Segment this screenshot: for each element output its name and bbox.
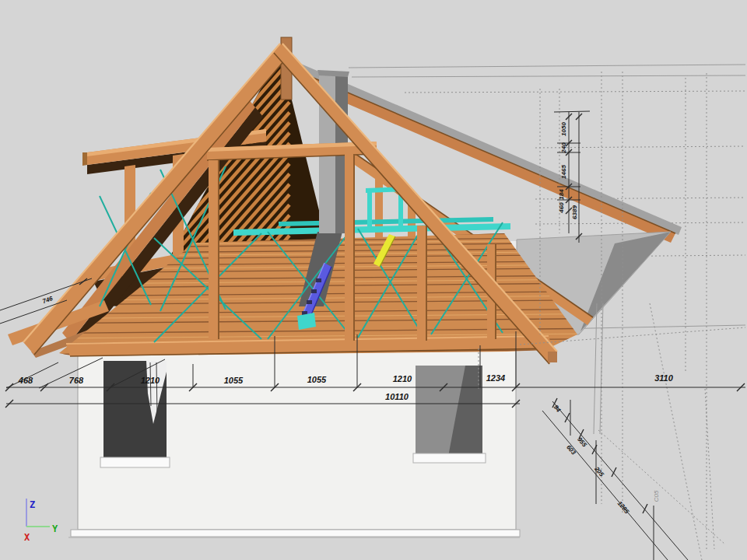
dim-label[interactable]: 1465: [560, 165, 567, 179]
base-slab: [71, 530, 520, 537]
window-right-sill: [413, 453, 486, 463]
post-3[interactable]: [417, 226, 427, 341]
dim-label[interactable]: 1055: [307, 375, 327, 384]
dim-label[interactable]: 1234: [486, 373, 505, 383]
post-2[interactable]: [345, 154, 355, 341]
dim-label[interactable]: 460: [558, 202, 565, 214]
window-right[interactable]: [413, 366, 486, 463]
dim-label[interactable]: 240: [560, 142, 567, 154]
dim-label[interactable]: 3110: [654, 373, 674, 383]
cyan-frame-left[interactable]: [367, 188, 372, 232]
grid-axis-label: C05: [653, 490, 660, 502]
dim-total-label[interactable]: 10110: [385, 392, 409, 401]
dim-label[interactable]: 1055: [224, 376, 244, 385]
window-left-sill: [100, 457, 170, 467]
rafter-tail-cut: [548, 352, 557, 362]
z-axis-label: Z: [30, 499, 35, 510]
dim-label[interactable]: 1050: [560, 122, 567, 136]
viewport-3d[interactable]: 468 768 1210 1055 1055 1210 1234 3110 10…: [0, 0, 747, 560]
dim-label[interactable]: 1210: [141, 376, 160, 385]
dim-label[interactable]: 768: [69, 376, 84, 385]
masonry-storey[interactable]: [68, 331, 520, 537]
post-1[interactable]: [209, 160, 219, 339]
x-axis-label: X: [24, 532, 30, 543]
y-axis-label: Y: [52, 523, 58, 534]
dim-total-label[interactable]: 6389: [571, 205, 578, 219]
dim-label[interactable]: 468: [18, 376, 33, 385]
dim-label[interactable]: 184: [558, 189, 565, 200]
dim-label[interactable]: 1210: [393, 374, 412, 383]
